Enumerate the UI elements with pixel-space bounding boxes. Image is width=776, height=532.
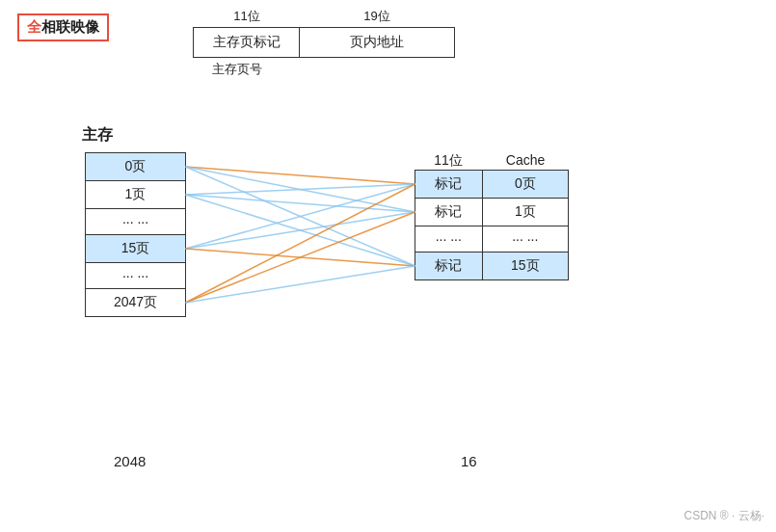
table-row: 15页 [86,235,186,263]
main-memory-label: 主存 [82,125,113,146]
watermark: CSDN ® · 云杨· [683,508,764,524]
table-row: 标记1页 [415,199,569,226]
svg-line-4 [186,195,415,212]
address-format: 11位 19位 主存页标记 页内地址 主存页号 [193,8,455,78]
top-label-text: 相联映像 [41,18,99,35]
svg-line-7 [186,212,415,249]
top-label-red: 全 [27,18,41,35]
addr-sub-label: 主存页号 [212,61,262,78]
cache-col-name-label: Cache [482,152,569,170]
svg-line-11 [186,266,415,303]
svg-line-5 [186,195,415,266]
bit19-label: 19位 [300,8,454,25]
table-row: 2047页 [86,289,186,317]
top-label: 全相联映像 [17,13,109,41]
svg-line-10 [186,212,415,303]
table-row: ··· ······ ··· [415,226,569,253]
svg-line-9 [186,184,415,303]
cache-col-11-label: 11位 [415,152,482,170]
svg-line-1 [186,167,415,212]
svg-line-2 [186,167,415,266]
table-row: 0页 [86,153,186,181]
table-row: ··· ··· [86,209,186,235]
cache-table: 标记0页标记1页··· ······ ···标记15页 [415,170,569,280]
table-row: 标记0页 [415,171,569,199]
cache-count: 16 [461,453,477,469]
svg-line-6 [186,184,415,249]
svg-line-3 [186,184,415,195]
addr-offset-box: 页内地址 [300,28,454,57]
main-memory-count: 2048 [114,453,146,469]
addr-tag-box: 主存页标记 [194,28,300,57]
cache-area: 11位 Cache 标记0页标记1页··· ······ ···标记15页 [415,152,569,280]
bit11-label: 11位 [194,8,300,25]
table-row: 1页 [86,181,186,209]
main-memory-table: 0页1页··· ···15页··· ···2047页 [85,152,186,317]
svg-line-8 [186,249,415,266]
table-row: ··· ··· [86,263,186,289]
svg-line-0 [186,167,415,184]
table-row: 标记15页 [415,253,569,280]
